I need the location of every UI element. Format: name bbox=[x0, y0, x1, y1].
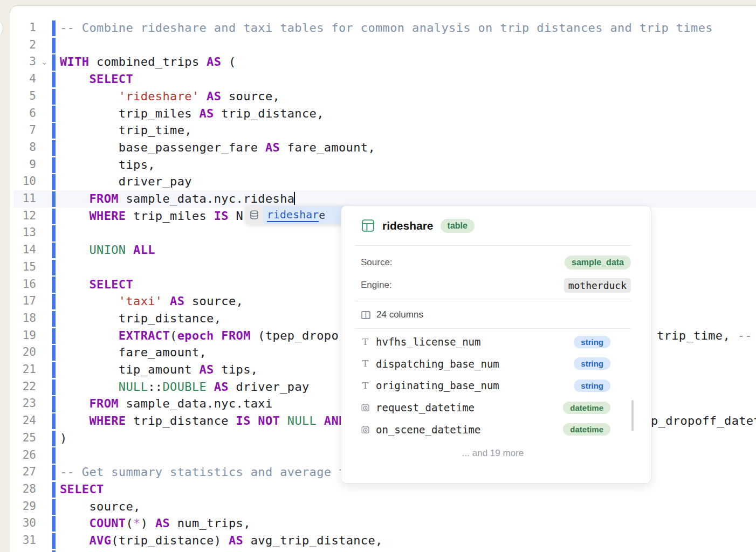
code-text[interactable]: EXTRACT(epoch FROM (tpep_dropo bbox=[60, 327, 339, 344]
code-line-5[interactable]: 5 'rideshare' AS source, bbox=[10, 88, 756, 105]
autocomplete-rest-text: e bbox=[319, 209, 325, 222]
info-row-source: Source:sample_data bbox=[355, 251, 631, 274]
column-type-badge: string bbox=[574, 357, 610, 370]
type-string-icon: T bbox=[361, 359, 370, 368]
code-text[interactable]: base_passenger_fare AS fare_amount, bbox=[60, 139, 375, 156]
code-text[interactable]: WITH combined_trips AS ( bbox=[60, 53, 236, 71]
code-text[interactable]: FROM sample_data.nyc.ridesha bbox=[60, 190, 295, 208]
line-number: 7 bbox=[10, 122, 36, 139]
code-line-4[interactable]: 4 SELECT bbox=[10, 71, 756, 88]
tooltip-info-rows: Source:sample_dataEngine:motherduck bbox=[355, 246, 631, 301]
column-name: on_scene_datetime bbox=[376, 424, 563, 436]
code-text[interactable]: trip_distance, bbox=[60, 310, 221, 327]
code-line-2[interactable]: 2 bbox=[10, 37, 756, 54]
code-text[interactable]: AVG(trip_distance) AS avg_trip_distance, bbox=[60, 532, 383, 549]
line-number: 19 bbox=[10, 327, 36, 344]
code-text[interactable]: -- Combine rideshare and taxi tables for… bbox=[60, 19, 713, 37]
code-text[interactable]: SELECT bbox=[60, 481, 104, 498]
columns-count-label: 24 columns bbox=[376, 309, 423, 320]
code-text[interactable]: UNION ALL bbox=[60, 242, 155, 259]
line-number: 25 bbox=[10, 430, 36, 447]
columns-icon bbox=[361, 310, 371, 320]
code-line-3[interactable]: 3⌄WITH combined_trips AS ( bbox=[10, 53, 756, 71]
code-text[interactable]: ) bbox=[60, 430, 67, 447]
database-icon bbox=[245, 206, 263, 224]
code-text[interactable]: COUNT(*) AS num_trips, bbox=[60, 515, 251, 532]
code-text[interactable]: source, bbox=[60, 498, 141, 515]
code-text[interactable]: SELECT bbox=[60, 276, 133, 293]
autocomplete-item-rideshare[interactable]: rideshare bbox=[263, 206, 351, 224]
code-line-29[interactable]: 29 source, bbox=[10, 498, 756, 515]
line-number: 28 bbox=[10, 481, 36, 498]
line-number: 20 bbox=[10, 344, 36, 361]
line-number: 8 bbox=[10, 139, 36, 156]
column-type-badge: datetime bbox=[563, 402, 610, 414]
code-text[interactable]: tips, bbox=[60, 156, 155, 174]
code-text[interactable]: FROM sample_data.nyc.taxi bbox=[60, 395, 273, 412]
columns-count-row: 24 columns bbox=[355, 301, 631, 328]
type-string-icon: T bbox=[361, 337, 370, 347]
code-text[interactable]: AVG(trip_time) AS avg_trip_time, bbox=[60, 549, 324, 552]
line-number: 17 bbox=[10, 293, 36, 310]
code-text[interactable]: SELECT bbox=[60, 71, 133, 88]
line-number: 26 bbox=[10, 447, 36, 464]
line-number: 12 bbox=[10, 208, 36, 225]
code-text[interactable]: p_dropoff_datet bbox=[651, 412, 756, 430]
info-label: Source: bbox=[361, 257, 393, 268]
line-number: 22 bbox=[10, 378, 36, 396]
line-number: 4 bbox=[10, 71, 36, 88]
code-text[interactable]: WHERE trip_miles IS N bbox=[60, 208, 243, 225]
code-text[interactable]: NULL::DOUBLE AS driver_pay bbox=[60, 378, 310, 396]
line-number: 5 bbox=[10, 88, 36, 105]
more-columns-label: ... and 19 more bbox=[355, 448, 631, 459]
code-line-7[interactable]: 7 trip_time, bbox=[10, 122, 756, 139]
text-cursor bbox=[294, 192, 295, 205]
line-number: 21 bbox=[10, 361, 36, 378]
column-type-badge: datetime bbox=[563, 423, 610, 436]
line-number: 13 bbox=[10, 224, 36, 242]
code-line-10[interactable]: 10 driver_pay bbox=[10, 173, 756, 190]
code-line-11[interactable]: 11 FROM sample_data.nyc.ridesha bbox=[10, 190, 756, 208]
code-text[interactable]: WHERE trip_distance IS NOT NULL AND bbox=[60, 412, 346, 430]
table-icon bbox=[361, 218, 375, 233]
code-text[interactable]: 'rideshare' AS source, bbox=[60, 88, 280, 105]
line-number: 16 bbox=[10, 276, 36, 293]
code-line-31[interactable]: 31 AVG(trip_distance) AS avg_trip_distan… bbox=[10, 532, 756, 549]
line-number: 11 bbox=[10, 190, 36, 208]
panel-scrollbar-thumb[interactable] bbox=[631, 400, 634, 431]
code-line-32[interactable]: 32 AVG(trip_time) AS avg_trip_time, bbox=[10, 549, 756, 552]
code-line-9[interactable]: 9 tips, bbox=[10, 156, 756, 174]
column-row-originating_base_num: Toriginating_base_numstring bbox=[361, 375, 610, 397]
code-text[interactable]: trip_miles AS trip_distance, bbox=[60, 105, 324, 122]
column-row-hvfhs_license_num: Thvfhs_license_numstring bbox=[361, 331, 610, 353]
autocomplete-popup: rideshare bbox=[245, 206, 351, 224]
code-line-1[interactable]: 1-- Combine rideshare and taxi tables fo… bbox=[10, 19, 756, 37]
line-number: 2 bbox=[10, 37, 36, 54]
line-number: 32 bbox=[10, 549, 36, 552]
line-number: 30 bbox=[10, 515, 36, 532]
code-text[interactable]: driver_pay bbox=[60, 173, 192, 190]
column-row-on_scene_datetime: on_scene_datetimedatetime bbox=[361, 418, 610, 440]
info-value-badge: sample_data bbox=[565, 256, 631, 270]
code-line-8[interactable]: 8 base_passenger_fare AS fare_amount, bbox=[10, 139, 756, 156]
column-name: originating_base_num bbox=[376, 380, 574, 391]
line-number: 15 bbox=[10, 259, 36, 276]
column-name: dispatching_base_num bbox=[376, 358, 574, 370]
code-text[interactable]: tip_amount AS tips, bbox=[60, 361, 258, 378]
code-line-6[interactable]: 6 trip_miles AS trip_distance, bbox=[10, 105, 756, 122]
line-number: 31 bbox=[10, 532, 36, 549]
autocomplete-match-text: rideshar bbox=[267, 208, 319, 222]
code-text[interactable]: trip_time, bbox=[60, 122, 192, 139]
type-string-icon: T bbox=[361, 381, 370, 390]
line-number: 29 bbox=[10, 498, 36, 515]
info-value-badge: motherduck bbox=[564, 278, 631, 293]
code-text[interactable]: -- Get summary statistics and average t bbox=[60, 464, 346, 481]
line-number: 9 bbox=[10, 156, 36, 174]
fold-chevron-icon[interactable]: ⌄ bbox=[41, 53, 48, 71]
code-text[interactable]: fare_amount, bbox=[60, 344, 207, 361]
code-line-30[interactable]: 30 COUNT(*) AS num_trips, bbox=[10, 515, 756, 532]
code-text[interactable]: trip_time, -- bbox=[657, 327, 752, 344]
columns-list: Thvfhs_license_numstringTdispatching_bas… bbox=[355, 329, 631, 440]
code-text[interactable]: 'taxi' AS source, bbox=[60, 293, 243, 310]
table-type-badge: table bbox=[441, 219, 475, 233]
